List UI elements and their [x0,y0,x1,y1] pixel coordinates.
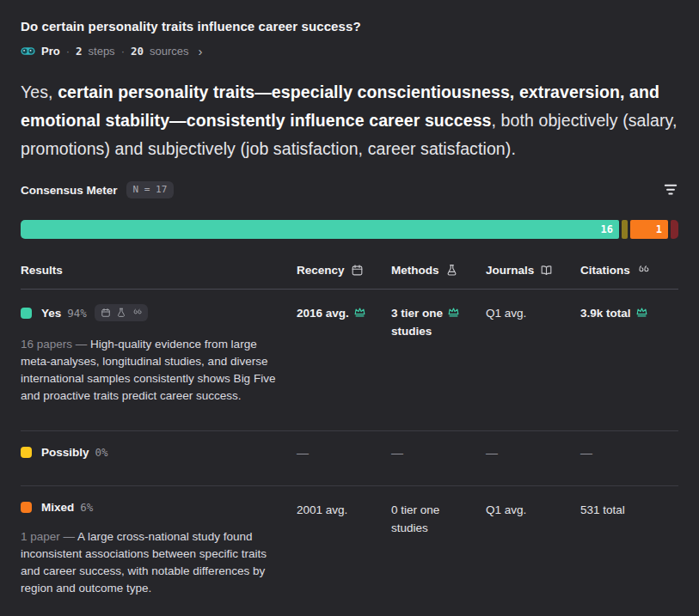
cell-methods-empty: — [391,446,486,460]
column-journals: Journals [486,264,580,277]
chevron-right-icon[interactable]: › [199,45,203,58]
possibly-dot [21,447,32,458]
crown-icon [635,306,648,319]
filter-button[interactable] [663,183,678,197]
result-label: Possibly [41,446,89,459]
segment-count: 1 [656,223,668,235]
cell-citations-empty: — [580,446,678,460]
result-label: Mixed [41,501,74,514]
result-percent: 0% [95,446,108,459]
meter-segment-no[interactable] [671,220,678,239]
cell-recency-empty: — [297,446,391,460]
binoculars-icon [21,46,35,57]
cell-citations: 531 total [580,501,678,519]
page-title: Do certain personality traits influence … [21,19,678,34]
cell-recency: 2001 avg. [297,501,391,519]
quotes-icon [132,308,142,318]
consensus-meter-bar[interactable]: 16 1 [21,220,678,239]
column-results: Results [21,264,297,277]
cell-recency: 2016 avg. [297,304,391,322]
crown-icon [353,306,366,319]
sample-size-badge: N = 17 [126,181,175,198]
result-row-possibly: Possibly 0% — — — — [21,431,678,473]
mode-label: Pro [41,45,60,58]
run-meta-bar[interactable]: Pro · 2 steps · 20 sources › [21,45,678,58]
meter-segment-possibly[interactable] [622,220,628,239]
result-row-yes: Yes 94% 16 papers — High-quality evidenc… [21,290,678,418]
metrics-badge[interactable] [95,304,148,321]
cell-citations: 3.9k total [580,304,678,322]
cell-methods: 0 tier onestudies [391,501,486,537]
filter-icon [663,183,678,197]
cell-methods: 3 tier onestudies [391,304,486,340]
result-percent: 6% [80,501,93,514]
calendar-icon [101,308,111,318]
quotes-icon [636,264,649,277]
consensus-meter-header: Consensus Meter N = 17 [21,181,678,198]
result-description: 1 paper — A large cross-national study f… [21,528,284,597]
steps-count: 2 [76,45,83,58]
flask-icon [116,308,126,318]
segment-count: 16 [601,223,619,235]
column-recency: Recency [297,264,391,277]
flask-icon [445,264,458,277]
meta-separator: · [121,45,125,58]
mixed-dot [21,502,32,513]
cell-journals-empty: — [486,446,580,460]
yes-dot [21,308,32,319]
result-description: 16 papers — High-quality evidence from l… [21,336,284,405]
steps-label: steps [89,45,115,58]
meter-segment-mixed[interactable]: 1 [630,220,668,239]
cell-journals: Q1 avg. [486,501,580,519]
sources-label: sources [150,45,189,58]
cell-journals: Q1 avg. [486,304,580,322]
result-label: Yes [41,307,61,320]
book-icon [540,264,553,277]
result-percent: 94% [67,307,87,320]
sources-count: 20 [131,45,144,58]
column-methods: Methods [391,264,486,277]
column-citations: Citations [580,264,678,277]
answer-text: Yes, certain personality traits—especial… [21,78,678,163]
meter-segment-yes[interactable]: 16 [21,220,619,239]
results-table-header: Results Recency Methods Journals Citatio… [21,264,678,277]
result-row-mixed: Mixed 6% 1 paper — A large cross-nationa… [21,486,678,611]
crown-icon [447,306,460,319]
meta-separator: · [66,45,70,58]
calendar-icon [351,264,364,277]
consensus-meter-title: Consensus Meter [21,184,118,197]
